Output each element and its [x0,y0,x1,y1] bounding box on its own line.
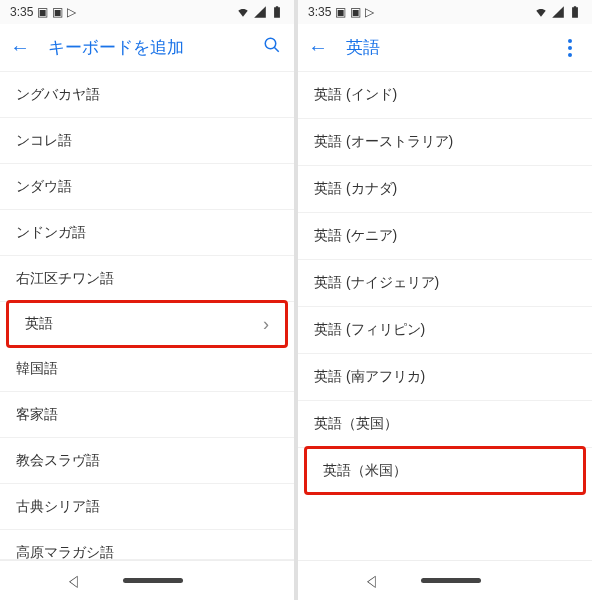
signal-icon [551,5,565,19]
list-content: ングバカヤ語ンコレ語ンダウ語ンドンガ語右江区チワン語英語›韓国語客家語教会スラヴ… [0,72,294,560]
play-icon: ▷ [365,5,374,19]
nav-bar: ◁ [298,560,592,600]
list-item[interactable]: 高原マラガシ語 [0,530,294,560]
list-item[interactable]: 英語 (南アフリカ) [298,354,592,401]
phone-right: 3:35 ▣ ▣ ▷ ← 英語 英語 (インド)英語 (オーストラリア)英語 (… [298,0,592,600]
list-item[interactable]: 英語（米国） [304,446,586,495]
status-time: 3:35 [10,5,33,19]
list-item-label: 右江区チワン語 [16,270,114,288]
page-title: 英語 [346,36,540,59]
list-item-label: 英語（英国） [314,415,398,433]
list-item-label: 韓国語 [16,360,58,378]
chevron-right-icon: › [263,314,269,335]
battery-icon [270,5,284,19]
list-item-label: 英語 (南アフリカ) [314,368,425,386]
nav-home-pill[interactable] [421,578,481,583]
list-item[interactable]: 英語（英国） [298,401,592,448]
list-item-label: 高原マラガシ語 [16,544,114,560]
back-icon[interactable]: ← [308,36,328,59]
nav-bar: ◁ [0,560,294,600]
image-icon: ▣ [52,5,63,19]
nav-home-pill[interactable] [123,578,183,583]
nav-back-icon[interactable]: ◁ [68,571,76,590]
list-item[interactable]: 客家語 [0,392,294,438]
list-item[interactable]: 韓国語 [0,346,294,392]
list-item[interactable]: ングバカヤ語 [0,72,294,118]
page-title: キーボードを追加 [48,36,242,59]
list-item-label: ンドンガ語 [16,224,86,242]
list-item-label: 英語 (カナダ) [314,180,397,198]
nav-back-icon[interactable]: ◁ [366,571,374,590]
list-content: 英語 (インド)英語 (オーストラリア)英語 (カナダ)英語 (ケニア)英語 (… [298,72,592,560]
status-bar: 3:35 ▣ ▣ ▷ [298,0,592,24]
list-item[interactable]: 右江区チワン語 [0,256,294,302]
list-item-label: 英語 (オーストラリア) [314,133,453,151]
battery-icon [568,5,582,19]
list-item[interactable]: 英語 (フィリピン) [298,307,592,354]
list-item-label: 英語 (フィリピン) [314,321,425,339]
app-bar: ← 英語 [298,24,592,72]
status-time: 3:35 [308,5,331,19]
list-item[interactable]: ンダウ語 [0,164,294,210]
list-item-label: 英語 (インド) [314,86,397,104]
status-bar: 3:35 ▣ ▣ ▷ [0,0,294,24]
list-item-label: 英語（米国） [323,462,407,480]
image-icon: ▣ [37,5,48,19]
app-bar: ← キーボードを追加 [0,24,294,72]
list-item-label: 英語 (ケニア) [314,227,397,245]
list-item[interactable]: ンドンガ語 [0,210,294,256]
list-item[interactable]: ンコレ語 [0,118,294,164]
image-icon: ▣ [335,5,346,19]
list-item-label: 英語 (ナイジェリア) [314,274,439,292]
list-item[interactable]: 英語› [6,300,288,348]
list-item-label: 教会スラヴ語 [16,452,100,470]
list-item[interactable]: 教会スラヴ語 [0,438,294,484]
image-icon: ▣ [350,5,361,19]
list-item-label: 客家語 [16,406,58,424]
list-item-label: ンダウ語 [16,178,72,196]
list-item[interactable]: 英語 (ケニア) [298,213,592,260]
play-icon: ▷ [67,5,76,19]
svg-line-1 [274,47,279,52]
list-item[interactable]: 英語 (オーストラリア) [298,119,592,166]
wifi-icon [236,5,250,19]
svg-point-0 [265,38,276,49]
list-item-label: 英語 [25,315,53,333]
list-item[interactable]: 英語 (カナダ) [298,166,592,213]
list-item[interactable]: 古典シリア語 [0,484,294,530]
list-item[interactable]: 英語 (ナイジェリア) [298,260,592,307]
signal-icon [253,5,267,19]
wifi-icon [534,5,548,19]
more-icon[interactable] [558,39,582,57]
list-item-label: ングバカヤ語 [16,86,100,104]
list-item[interactable]: 英語 (インド) [298,72,592,119]
search-icon[interactable] [260,36,284,59]
list-item-label: 古典シリア語 [16,498,100,516]
back-icon[interactable]: ← [10,36,30,59]
phone-left: 3:35 ▣ ▣ ▷ ← キーボードを追加 ングバカヤ語ンコレ語ンダウ語ンドンガ… [0,0,294,600]
list-item-label: ンコレ語 [16,132,72,150]
